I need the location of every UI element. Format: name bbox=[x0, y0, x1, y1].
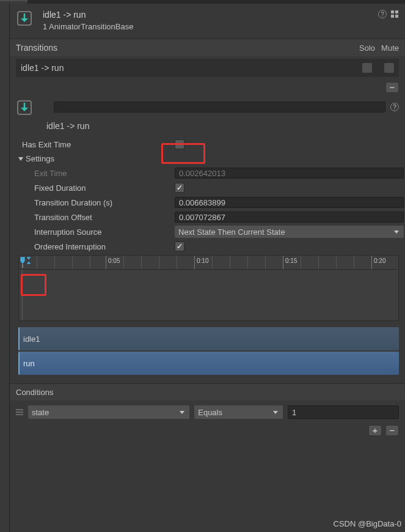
help-icon[interactable]: ? bbox=[378, 10, 387, 18]
transition-timeline[interactable]: 0:05 0:10 0:15 0:20 bbox=[18, 255, 399, 321]
clip-source-label: idle1 bbox=[23, 334, 40, 344]
add-condition-button[interactable]: + bbox=[368, 425, 382, 436]
drag-handle-icon[interactable] bbox=[16, 407, 23, 417]
transitions-header-label: Transitions bbox=[16, 43, 359, 53]
transition-detail-header: ? bbox=[10, 97, 405, 121]
transition-subtitle: 1 AnimatorTransitionBase bbox=[43, 22, 378, 31]
transition-item-label: idle1 -> run bbox=[21, 63, 359, 73]
preset-icon[interactable] bbox=[390, 10, 399, 18]
clip-destination[interactable]: run bbox=[18, 352, 399, 375]
tick-label: 0:10 bbox=[197, 257, 208, 264]
has-exit-time-label: Has Exit Time bbox=[22, 140, 175, 149]
exit-time-label: Exit Time bbox=[22, 169, 175, 178]
fixed-duration-label: Fixed Duration bbox=[22, 183, 175, 193]
playhead-icon[interactable] bbox=[19, 256, 34, 268]
condition-value-field[interactable] bbox=[288, 405, 399, 419]
fixed-duration-checkbox[interactable] bbox=[175, 183, 184, 193]
transition-offset-label: Transition Offset bbox=[22, 213, 175, 222]
left-gutter bbox=[0, 4, 10, 532]
transition-icon bbox=[17, 100, 32, 115]
transition-offset-field[interactable]: 0.007072867 bbox=[175, 212, 404, 223]
timeline-body[interactable] bbox=[18, 270, 399, 321]
transition-icon bbox=[17, 11, 32, 26]
svg-rect-3 bbox=[391, 15, 394, 18]
inspector-header: idle1 -> run 1 AnimatorTransitionBase ? bbox=[10, 4, 405, 39]
help-icon[interactable]: ? bbox=[390, 103, 399, 111]
ordered-interruption-label: Ordered Interruption bbox=[22, 242, 175, 251]
tick-label: 0:15 bbox=[285, 257, 297, 264]
watermark: CSDN @BigData-0 bbox=[334, 519, 401, 528]
solo-checkbox[interactable] bbox=[362, 63, 372, 73]
mute-column-label: Mute bbox=[381, 43, 399, 53]
tick-label: 0:05 bbox=[108, 257, 120, 264]
interruption-source-label: Interruption Source bbox=[22, 227, 175, 237]
conditions-header: Conditions bbox=[10, 383, 405, 401]
timeline-clips: idle1 run bbox=[18, 327, 399, 375]
transition-title: idle1 -> run bbox=[43, 10, 378, 20]
condition-parameter-dropdown[interactable]: state bbox=[28, 405, 189, 419]
remove-transition-button[interactable]: − bbox=[385, 82, 399, 93]
has-exit-time-checkbox[interactable] bbox=[175, 139, 184, 149]
exit-time-field[interactable]: 0.002642013 bbox=[175, 168, 404, 179]
clip-source[interactable]: idle1 bbox=[18, 327, 399, 350]
transition-list-item[interactable]: idle1 -> run bbox=[16, 59, 399, 77]
condition-mode-dropdown[interactable]: Equals bbox=[194, 405, 283, 419]
svg-rect-1 bbox=[391, 10, 394, 13]
timeline-ruler[interactable]: 0:05 0:10 0:15 0:20 bbox=[18, 255, 399, 270]
transition-name-field[interactable] bbox=[54, 102, 385, 113]
inspector-panel: idle1 -> run 1 AnimatorTransitionBase ? … bbox=[10, 4, 405, 532]
tick-label: 0:20 bbox=[374, 257, 385, 264]
remove-condition-button[interactable]: − bbox=[385, 425, 399, 436]
transition-duration-field[interactable]: 0.006683899 bbox=[175, 197, 404, 208]
svg-rect-4 bbox=[395, 15, 398, 18]
interruption-source-dropdown[interactable]: Next State Then Current State bbox=[175, 226, 404, 238]
conditions-header-label: Conditions bbox=[16, 388, 53, 397]
settings-label: Settings bbox=[26, 154, 54, 163]
mute-checkbox[interactable] bbox=[384, 63, 394, 73]
ordered-interruption-checkbox[interactable] bbox=[175, 242, 184, 251]
transition-detail-title: idle1 -> run bbox=[10, 121, 405, 137]
transition-duration-label: Transition Duration (s) bbox=[22, 198, 175, 207]
svg-rect-2 bbox=[395, 10, 398, 13]
chevron-down-icon bbox=[18, 157, 23, 161]
clip-destination-label: run bbox=[23, 359, 35, 368]
settings-foldout[interactable]: Settings bbox=[10, 152, 405, 166]
transitions-header: Transitions Solo Mute bbox=[10, 39, 405, 56]
condition-row: state Equals bbox=[10, 403, 405, 421]
solo-column-label: Solo bbox=[359, 43, 375, 53]
